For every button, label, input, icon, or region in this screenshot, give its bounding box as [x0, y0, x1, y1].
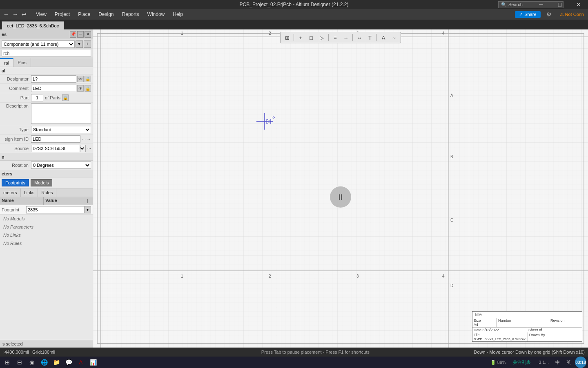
col-value: Value — [44, 197, 87, 205]
size-label: Size — [474, 319, 495, 323]
qa-undo[interactable]: ↩ — [20, 10, 29, 19]
toolbar-measure-btn[interactable]: ↔ — [354, 33, 364, 42]
component-select[interactable]: Components (and 11 more) — [2, 40, 75, 48]
toolbar-wave-btn[interactable]: ~ — [389, 33, 399, 42]
footprints-button[interactable]: Footprints — [2, 179, 29, 186]
settings-button[interactable]: ⚙ — [544, 10, 554, 18]
menu-reports[interactable]: Reports — [118, 9, 143, 20]
pause-overlay-button[interactable]: ⏸ — [330, 186, 351, 208]
toolbar-annotate-btn[interactable]: A — [379, 33, 388, 42]
maximize-btn[interactable]: □ — [550, 0, 569, 9]
comment-lock-btn[interactable]: 🔒 — [85, 85, 91, 92]
menu-design[interactable]: Design — [94, 9, 118, 20]
taskbar-search[interactable]: ⊟ — [14, 357, 25, 367]
lang-zh[interactable]: 中 — [553, 359, 562, 366]
date-value: 8/13/2022 — [483, 328, 499, 332]
quick-access: ← → ↩ — [2, 10, 29, 19]
rotation-label: Rotation — [2, 163, 31, 168]
part-row: Part 1 of Parts 🔒 — [0, 93, 93, 103]
file-label: File — [474, 333, 480, 337]
close-btn[interactable]: ✕ — [569, 0, 588, 9]
menu-window[interactable]: Window — [143, 9, 169, 20]
share-button[interactable]: ↗ Share — [515, 11, 540, 18]
props-section-header: al — [0, 67, 93, 74]
design-item-id-row: sign Item ID ··· → — [0, 135, 93, 144]
taskbar-start[interactable]: ⊞ — [2, 357, 13, 367]
description-label: Description — [2, 103, 31, 108]
footprint-value-box: 2835 ▼ — [26, 206, 91, 213]
type-select[interactable]: Standard — [31, 126, 91, 133]
search-icon-title: 🔍 — [501, 2, 507, 7]
lang-en[interactable]: 英 — [564, 359, 573, 366]
toolbar-rect-btn[interactable]: □ — [306, 33, 316, 42]
svg-text:1: 1 — [181, 31, 183, 36]
menu-help[interactable]: Help — [169, 9, 187, 20]
toolbar-text-btn[interactable]: T — [365, 33, 375, 42]
toolbar-add-btn[interactable]: + — [296, 33, 305, 42]
menu-place[interactable]: Place — [74, 9, 94, 20]
toolbar-wire-btn[interactable]: ≡ — [330, 33, 340, 42]
comment-input[interactable] — [33, 86, 75, 91]
description-input[interactable] — [31, 103, 91, 124]
tab-pins[interactable]: Pins — [13, 58, 31, 67]
designator-input[interactable] — [33, 76, 75, 81]
search-input[interactable] — [2, 50, 91, 56]
source-input[interactable] — [33, 146, 65, 151]
title-block: Title Size A4 Number Revision Date 8/13/… — [472, 311, 582, 342]
source-dropdown[interactable] — [80, 145, 86, 152]
rotation-select[interactable]: 0 Degrees — [31, 162, 91, 169]
design-arrow-btn[interactable]: → — [87, 137, 91, 141]
design-dots-btn[interactable]: ··· — [82, 137, 86, 141]
qa-forward[interactable]: → — [11, 10, 20, 19]
selected-label: s selected — [0, 340, 93, 348]
qa-back[interactable]: ← — [2, 10, 11, 19]
panel-pin-btn[interactable]: 📌 — [70, 31, 76, 38]
tab-general[interactable]: ral — [0, 58, 13, 67]
filter-plus-btn[interactable]: + — [84, 40, 91, 48]
drawn-by-label: Drawn By — [529, 333, 545, 337]
no-links-label: No Links — [0, 231, 93, 239]
panel-min-btn[interactable]: ─ — [77, 31, 84, 38]
taskbar-altium[interactable]: Δ — [75, 357, 87, 367]
filter-buttons: ▼ + — [76, 40, 91, 48]
stab-links[interactable]: Links — [21, 188, 38, 197]
minimize-btn[interactable]: ─ — [532, 0, 550, 9]
panel-close-btn[interactable]: ✕ — [85, 31, 91, 38]
taskbar-edge[interactable]: 🌐 — [38, 357, 50, 367]
revision-label: Revision — [550, 319, 581, 323]
date-label: Date — [474, 328, 481, 332]
tab-schematic[interactable]: eet_LED_2835_6.SchDoc — [2, 21, 64, 29]
designator-eye-btn[interactable]: 👁 — [77, 76, 84, 82]
menu-view[interactable]: View — [32, 9, 51, 20]
battery-btn[interactable]: 🔋 89% — [488, 359, 509, 366]
drawn-by-cell: Drawn By — [528, 332, 582, 341]
source-dots-btn[interactable]: ··· — [87, 146, 91, 151]
models-button[interactable]: Models — [31, 179, 52, 186]
taskbar-explorer[interactable]: 📁 — [51, 357, 62, 367]
not-connected-button[interactable]: ⚠ Not Conn — [557, 11, 586, 18]
taskbar-taskview[interactable]: ◉ — [26, 357, 38, 367]
design-item-id-input[interactable] — [33, 137, 57, 141]
part-lock-btn[interactable]: 🔒 — [62, 94, 69, 101]
designator-lock-btn[interactable]: 🔒 — [85, 76, 91, 82]
description-row: Description — [0, 103, 93, 125]
toolbar-arrow-btn[interactable]: → — [341, 33, 351, 42]
stab-rules[interactable]: Rules — [38, 188, 56, 197]
version-btn[interactable]: -3.1... — [535, 359, 551, 366]
menu-bar: ← → ↩ View Project Place Design Reports … — [0, 9, 588, 20]
comment-icons: 👁 🔒 — [77, 85, 91, 92]
panel-controls: 📌 ─ ✕ — [70, 31, 91, 38]
canvas-area[interactable]: 1 2 3 4 1 2 3 4 A B C D — [93, 29, 588, 348]
col-name: Name — [0, 197, 44, 205]
stab-parameters[interactable]: meters — [0, 188, 21, 197]
toolbar-play-btn[interactable]: ▷ — [317, 33, 327, 42]
taskbar-chat[interactable]: 💬 — [63, 357, 74, 367]
menu-project[interactable]: Project — [51, 9, 74, 20]
source-value — [31, 145, 80, 152]
toolbar-filter-btn[interactable]: ⊞ — [282, 33, 292, 42]
attention-btn[interactable]: 关注列表 — [510, 359, 533, 366]
taskbar-excel[interactable]: 📊 — [87, 357, 99, 367]
filter-btn[interactable]: ▼ — [76, 40, 83, 48]
comment-eye-btn[interactable]: 👁 — [77, 85, 84, 92]
footprint-dropdown-btn[interactable]: ▼ — [85, 206, 91, 213]
